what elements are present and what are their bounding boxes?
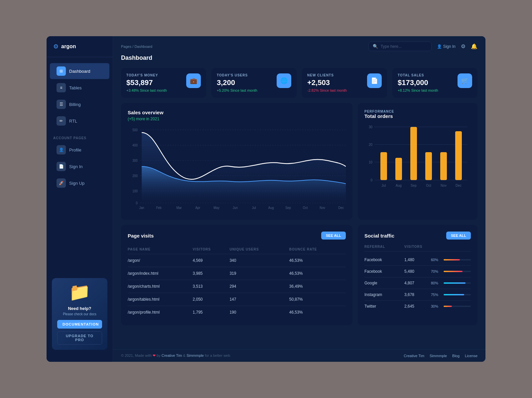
- svg-text:Sep: Sep: [285, 206, 291, 210]
- social-row: Twitter 2,645 30%: [364, 301, 471, 312]
- search-input[interactable]: [381, 44, 427, 49]
- col-page-name: PAGE NAME: [128, 245, 193, 254]
- social-row: Facebook 5,480 70%: [364, 266, 471, 277]
- svg-rect-33: [395, 158, 402, 180]
- social-row: Instagram 3,678 75%: [364, 289, 471, 301]
- stat-value-money: $53,897: [126, 78, 167, 87]
- svg-text:Aug: Aug: [268, 206, 274, 210]
- table-row: /argon/charts.html 3,513 294 36,49%: [128, 280, 346, 293]
- stat-change-money: +3.48% Since last month: [126, 88, 167, 92]
- table-row: /argon/profile.html 1,795 190 46,53%: [128, 306, 346, 319]
- footer-copy: © 2021, Made with ❤ by Creative Tim & Si…: [121, 353, 230, 358]
- footer-author1[interactable]: Creative Tim: [162, 353, 183, 357]
- svg-rect-37: [455, 131, 462, 180]
- svg-text:Feb: Feb: [156, 206, 162, 210]
- social-traffic-header: Social traffic SEE ALL: [364, 232, 471, 240]
- sidebar-item-profile[interactable]: 👤 Profile: [50, 142, 109, 158]
- social-traffic-see-all[interactable]: SEE ALL: [446, 232, 471, 240]
- social-traffic-card: Social traffic SEE ALL REFERRAL VISITORS…: [358, 225, 477, 325]
- stat-label-sales: TOTAL SALES: [398, 73, 438, 77]
- svg-text:0: 0: [136, 201, 138, 205]
- help-title: Need help?: [57, 306, 102, 311]
- footer-link[interactable]: Creative Tim: [404, 354, 424, 358]
- sales-chart-subtitle: (+5) more in 2021: [128, 117, 346, 121]
- svg-text:Nov: Nov: [320, 206, 325, 210]
- svg-text:Dec: Dec: [456, 184, 462, 187]
- table-row: /argon/index.html 3,985 319 46,53%: [128, 267, 346, 280]
- svg-text:Dec: Dec: [338, 206, 344, 210]
- sign-in-button[interactable]: 👤 Sign In: [437, 44, 456, 49]
- sidebar-label-rtl: RTL: [69, 119, 77, 124]
- sidebar-item-tables[interactable]: ≡ Tables: [50, 80, 109, 96]
- social-row: Google 4,807 80%: [364, 277, 471, 289]
- svg-rect-34: [410, 127, 417, 180]
- svg-text:Aug: Aug: [396, 184, 402, 187]
- social-col2: VISITORS: [404, 245, 431, 249]
- logo-text: argon: [61, 44, 76, 50]
- tables-icon: ≡: [57, 83, 66, 92]
- topnav: Pages / Dashboard 🔍 👤 Sign In ⚙ 🔔: [113, 36, 485, 54]
- help-subtitle: Please check our docs: [57, 312, 102, 316]
- sidebar-item-billing[interactable]: ☰ Billing: [50, 96, 109, 112]
- app-container: ⚙ argon ⊞ Dashboard ≡ Tables ☰ Billing ✏…: [47, 36, 485, 362]
- page-visits-header: Page visits SEE ALL: [128, 232, 346, 240]
- stat-value-clients: +2,503: [307, 78, 347, 87]
- page-visits-see-all[interactable]: SEE ALL: [321, 232, 346, 240]
- page-title: Dashboard: [113, 54, 485, 65]
- svg-rect-32: [380, 152, 387, 180]
- stat-card-users: TODAY'S USERS 3,200 +5.20% Since last mo…: [211, 68, 297, 98]
- svg-text:10: 10: [369, 160, 373, 164]
- sidebar-item-dashboard[interactable]: ⊞ Dashboard: [50, 63, 109, 79]
- main-content: Pages / Dashboard 🔍 👤 Sign In ⚙ 🔔 Dashbo…: [113, 36, 485, 362]
- sidebar-label-billing: Billing: [69, 102, 81, 107]
- sidebar-item-rtl[interactable]: ✏ RTL: [50, 113, 109, 129]
- stat-label-money: TODAY'S MONEY: [126, 73, 167, 77]
- bell-icon[interactable]: 🔔: [471, 43, 477, 50]
- sales-chart-title: Sales overview: [128, 110, 346, 115]
- svg-text:Mar: Mar: [177, 206, 182, 210]
- stat-change-sales: +8.12% Since last month: [398, 88, 438, 92]
- bar-chart-title: Total orders: [364, 113, 471, 119]
- stat-icon-clients: 📄: [367, 73, 382, 88]
- svg-text:20: 20: [369, 143, 373, 147]
- stat-change-users: +5.20% Since last month: [217, 88, 257, 92]
- upgrade-button[interactable]: UPGRADE TO PRO: [57, 331, 102, 345]
- sidebar-item-signin[interactable]: 📄 Sign In: [50, 158, 109, 174]
- breadcrumb-parent: Pages: [121, 45, 131, 49]
- sales-chart: 500 400 300 200 100 0 Jan: [128, 127, 346, 213]
- help-illustration: 📁: [57, 283, 102, 303]
- sidebar-label-signin: Sign In: [69, 164, 82, 169]
- footer-link[interactable]: Simmmple: [430, 354, 447, 358]
- page-visits-card: Page visits SEE ALL PAGE NAME VISITORS U…: [121, 225, 352, 325]
- sidebar-label-signup: Sign Up: [69, 181, 84, 186]
- documentation-button[interactable]: DOCUMENTATION: [57, 320, 102, 329]
- svg-text:Oct: Oct: [426, 184, 431, 187]
- perf-label: PERFORMANCE: [364, 110, 471, 113]
- stat-card-sales: TOTAL SALES $173,000 +8.12% Since last m…: [392, 68, 477, 98]
- help-box: 📁 Need help? Please check our docs DOCUM…: [52, 278, 107, 350]
- svg-text:200: 200: [132, 174, 138, 178]
- signup-icon: 🚀: [57, 178, 66, 188]
- footer: © 2021, Made with ❤ by Creative Tim & Si…: [113, 349, 485, 362]
- sidebar-item-signup[interactable]: 🚀 Sign Up: [50, 175, 109, 191]
- footer-links: Creative TimSimmmpleBlogLicense: [404, 354, 477, 358]
- stats-grid: TODAY'S MONEY $53,897 +3.48% Since last …: [113, 65, 485, 103]
- stat-card-money: TODAY'S MONEY $53,897 +3.48% Since last …: [121, 68, 206, 98]
- table-row: /argon/tables.html 2,050 147 50,87%: [128, 293, 346, 306]
- logo: ⚙ argon: [47, 43, 113, 57]
- footer-author2[interactable]: Simmmple: [187, 353, 205, 357]
- svg-text:Apr: Apr: [196, 206, 200, 210]
- stat-card-clients: NEW CLIENTS +2,503 -2.82% Since last mon…: [302, 68, 387, 98]
- svg-text:400: 400: [132, 144, 138, 147]
- sidebar: ⚙ argon ⊞ Dashboard ≡ Tables ☰ Billing ✏…: [47, 36, 113, 362]
- stat-value-sales: $173,000: [398, 78, 438, 87]
- sidebar-label-dashboard: Dashboard: [69, 69, 90, 74]
- profile-icon: 👤: [57, 145, 66, 154]
- col-visitors: VISITORS: [193, 245, 230, 254]
- settings-icon[interactable]: ⚙: [461, 43, 466, 50]
- search-box[interactable]: 🔍: [368, 42, 432, 51]
- footer-link[interactable]: Blog: [452, 354, 460, 358]
- footer-link[interactable]: License: [465, 354, 477, 358]
- svg-rect-36: [440, 152, 447, 180]
- svg-text:Jul: Jul: [252, 206, 256, 210]
